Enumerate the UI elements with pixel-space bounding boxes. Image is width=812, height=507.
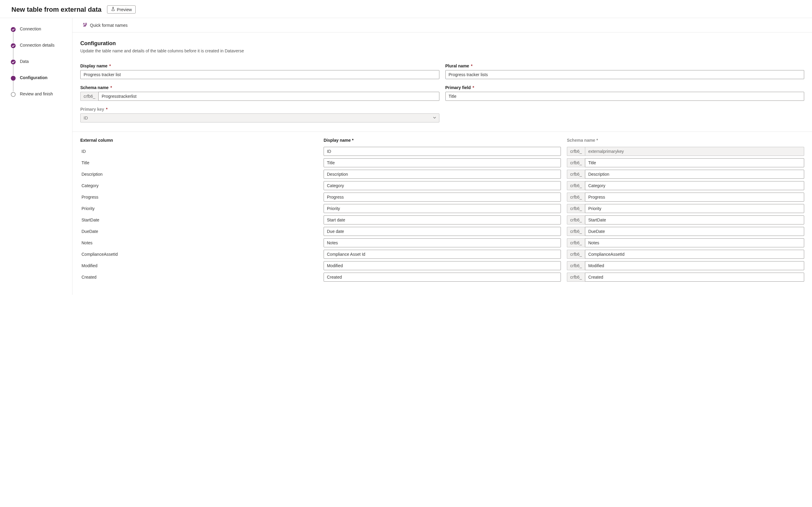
- external-column-cell: Category: [80, 180, 318, 191]
- external-column-cell: Created: [80, 271, 318, 283]
- column-schema-name-input[interactable]: [585, 273, 804, 282]
- column-schema-prefix: crfb6_: [567, 192, 585, 202]
- external-column-cell: Modified: [80, 260, 318, 271]
- column-display-name-input[interactable]: [324, 181, 561, 190]
- external-column-cell: Progress: [80, 191, 318, 203]
- column-display-name-input[interactable]: [324, 227, 561, 236]
- column-schema-name-input[interactable]: [585, 181, 804, 190]
- external-column-cell: Priority: [80, 203, 318, 214]
- step-data[interactable]: Data: [11, 59, 69, 75]
- column-schema-name-input[interactable]: [585, 192, 804, 202]
- primary-key-label: Primary key *: [80, 107, 439, 112]
- column-schema-name-input[interactable]: [585, 204, 804, 213]
- schema-prefix: crfb6_: [80, 92, 98, 101]
- column-display-name-input[interactable]: [324, 273, 561, 282]
- display-name-input[interactable]: [80, 70, 439, 79]
- primary-field-label: Primary field *: [445, 85, 805, 90]
- external-column-cell: Title: [80, 157, 318, 169]
- divider: [72, 131, 812, 132]
- column-schema-name-input[interactable]: [585, 238, 804, 247]
- primary-key-select[interactable]: [80, 113, 439, 122]
- external-column-header: External column: [80, 138, 318, 146]
- plural-name-input[interactable]: [445, 70, 805, 79]
- step-connection-details[interactable]: Connection details: [11, 43, 69, 59]
- step-indicator: [11, 60, 16, 64]
- step-label: Data: [20, 59, 29, 64]
- step-label: Review and finish: [20, 92, 53, 96]
- external-column-cell: ComplianceAssetId: [80, 248, 318, 260]
- column-display-name-input[interactable]: [324, 204, 561, 213]
- section-description: Update the table name and details of the…: [80, 48, 804, 53]
- step-indicator: [11, 27, 16, 32]
- format-icon: [83, 22, 87, 28]
- step-connector: [13, 64, 13, 75]
- flask-icon: [111, 7, 115, 12]
- schema-name-label: Schema name *: [80, 85, 439, 90]
- step-indicator: [11, 76, 16, 80]
- column-schema-prefix: crfb6_: [567, 158, 585, 167]
- column-schema-prefix: crfb6_: [567, 261, 585, 270]
- page-header: New table from external data Preview: [0, 0, 812, 18]
- schema-name-column-header: Schema name *: [567, 138, 804, 146]
- column-display-name-input[interactable]: [324, 192, 561, 202]
- column-schema-prefix: crfb6_: [567, 147, 585, 156]
- external-column-cell: Description: [80, 169, 318, 180]
- step-connector: [13, 32, 13, 43]
- column-schema-name-input: [585, 147, 804, 156]
- step-label: Connection details: [20, 43, 54, 48]
- page-title: New table from external data: [11, 6, 102, 13]
- step-review-and-finish[interactable]: Review and finish: [11, 92, 69, 108]
- column-schema-prefix: crfb6_: [567, 204, 585, 213]
- column-schema-prefix: crfb6_: [567, 170, 585, 179]
- column-schema-name-input[interactable]: [585, 250, 804, 259]
- step-label: Configuration: [20, 75, 48, 80]
- step-connector: [13, 80, 13, 92]
- preview-button-label: Preview: [117, 7, 132, 12]
- column-schema-prefix: crfb6_: [567, 181, 585, 190]
- step-indicator: [11, 43, 16, 48]
- step-connector: [13, 48, 13, 59]
- column-display-name-input[interactable]: [324, 238, 561, 247]
- column-display-name-input[interactable]: [324, 158, 561, 167]
- external-column-cell: StartDate: [80, 214, 318, 226]
- column-display-name-input[interactable]: [324, 170, 561, 179]
- column-display-name-input[interactable]: [324, 147, 561, 156]
- column-schema-prefix: crfb6_: [567, 238, 585, 247]
- column-display-name-input[interactable]: [324, 215, 561, 224]
- step-configuration[interactable]: Configuration: [11, 75, 69, 92]
- column-schema-name-input[interactable]: [585, 261, 804, 270]
- steps-sidebar: ConnectionConnection detailsDataConfigur…: [0, 18, 72, 295]
- column-schema-prefix: crfb6_: [567, 273, 585, 282]
- step-label: Connection: [20, 26, 41, 31]
- column-schema-name-input[interactable]: [585, 158, 804, 167]
- preview-button[interactable]: Preview: [107, 5, 136, 13]
- main-content: Quick format names Configuration Update …: [72, 18, 812, 295]
- display-name-label: Display name *: [80, 63, 439, 68]
- column-schema-prefix: crfb6_: [567, 227, 585, 236]
- toolbar: Quick format names: [72, 18, 812, 33]
- plural-name-label: Plural name *: [445, 63, 805, 68]
- column-schema-prefix: crfb6_: [567, 250, 585, 259]
- column-display-name-input[interactable]: [324, 250, 561, 259]
- section-title: Configuration: [80, 40, 804, 47]
- primary-field-input[interactable]: [445, 92, 805, 101]
- step-indicator: [11, 92, 16, 97]
- external-column-cell: DueDate: [80, 226, 318, 237]
- column-display-name-input[interactable]: [324, 261, 561, 270]
- quick-format-names-label: Quick format names: [90, 23, 128, 28]
- column-schema-prefix: crfb6_: [567, 215, 585, 224]
- display-name-column-header: Display name *: [324, 138, 561, 146]
- schema-name-input[interactable]: [98, 92, 439, 101]
- quick-format-names-button[interactable]: Quick format names: [80, 21, 130, 29]
- column-schema-name-input[interactable]: [585, 227, 804, 236]
- step-connection[interactable]: Connection: [11, 26, 69, 43]
- column-schema-name-input[interactable]: [585, 215, 804, 224]
- external-column-cell: ID: [80, 146, 318, 157]
- external-column-cell: Notes: [80, 237, 318, 248]
- column-schema-name-input[interactable]: [585, 170, 804, 179]
